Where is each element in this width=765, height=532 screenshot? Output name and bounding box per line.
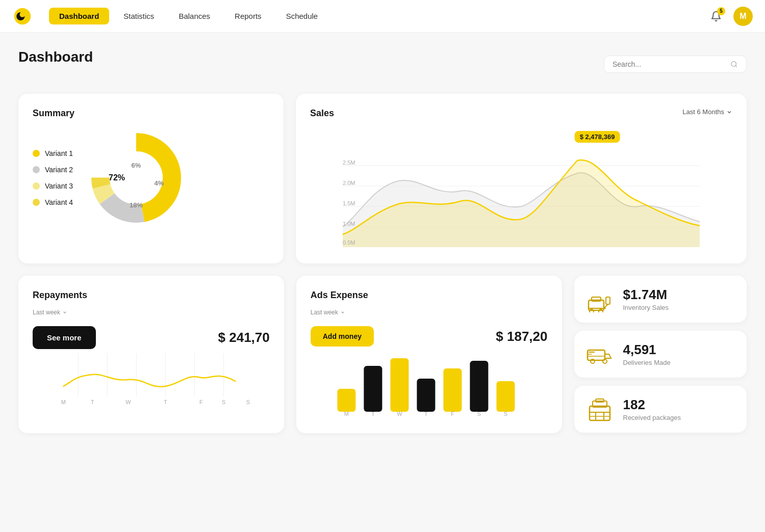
dot-variant3 <box>33 182 40 190</box>
dot-variant1 <box>33 150 40 157</box>
summary-title: Summary <box>33 108 269 119</box>
nav-reports[interactable]: Reports <box>224 8 272 24</box>
svg-rect-46 <box>443 368 462 412</box>
inventory-label: Inventory Sales <box>623 304 669 311</box>
see-more-button[interactable]: See more <box>33 326 96 349</box>
legend-variant2: Variant 2 <box>33 166 73 174</box>
peak-label: $ 2,478,369 <box>575 131 620 143</box>
avatar[interactable]: M <box>733 7 753 26</box>
inventory-info: $1.74M Inventory Sales <box>623 287 669 311</box>
inventory-icon <box>586 286 613 312</box>
svg-text:2.5M: 2.5M <box>343 159 355 166</box>
chevron-down-icon <box>340 310 345 315</box>
svg-text:T: T <box>91 399 94 404</box>
svg-text:72%: 72% <box>109 173 125 182</box>
svg-text:T: T <box>164 399 167 404</box>
packages-value: 182 <box>623 397 681 413</box>
chevron-down-icon <box>62 310 67 315</box>
svg-rect-69 <box>590 406 610 420</box>
svg-rect-42 <box>337 389 355 412</box>
summary-content: Variant 1 Variant 2 Variant 3 Variant 4 <box>33 127 269 229</box>
nav-right: 5 M <box>707 7 753 26</box>
main-content: Dashboard Summary Variant 1 Varian <box>0 33 765 449</box>
package-icon <box>586 396 613 422</box>
repayments-chart: M T W T F S S <box>33 353 270 404</box>
deliveries-stat-card: 4,591 Deliveries Made <box>574 331 747 378</box>
deliveries-info: 4,591 Deliveries Made <box>623 342 671 366</box>
period-selector[interactable]: Last 6 Months <box>682 108 732 116</box>
repayments-period[interactable]: Last week <box>33 309 270 316</box>
dot-variant4 <box>33 199 40 206</box>
legend-variant3: Variant 3 <box>33 182 73 190</box>
chevron-down-icon <box>726 109 732 115</box>
notif-badge: 5 <box>717 7 725 15</box>
sales-chart-wrapper: $ 2,478,369 2.5M 2.0M <box>310 131 732 249</box>
summary-card: Summary Variant 1 Variant 2 Variant 3 <box>18 94 284 263</box>
label-variant4: Variant 4 <box>45 198 73 206</box>
svg-point-2 <box>20 12 26 17</box>
svg-text:18%: 18% <box>130 201 143 209</box>
svg-text:1.5M: 1.5M <box>343 200 355 206</box>
deliveries-label: Deliveries Made <box>623 359 671 366</box>
peak-value: $ 2,478,369 <box>575 131 620 143</box>
label-variant1: Variant 1 <box>45 149 73 157</box>
svg-rect-62 <box>606 297 610 304</box>
label-variant2: Variant 2 <box>45 166 73 174</box>
svg-text:S: S <box>222 399 225 404</box>
legend-variant1: Variant 1 <box>33 149 73 157</box>
bottom-grid: Repayments Last week See more $ 241,70 <box>18 276 747 433</box>
top-row: Dashboard <box>18 49 747 79</box>
page-title: Dashboard <box>18 49 93 65</box>
dot-variant2 <box>33 166 40 173</box>
notification-button[interactable]: 5 <box>707 7 725 25</box>
add-money-button[interactable]: Add money <box>311 326 374 347</box>
ads-period[interactable]: Last week <box>311 309 548 316</box>
period-label: Last 6 Months <box>682 108 724 116</box>
ads-expense-card: Ads Expense Last week Add money $ 187,20 <box>296 276 562 433</box>
svg-line-4 <box>736 66 737 67</box>
svg-text:F: F <box>199 399 203 404</box>
svg-rect-44 <box>390 358 409 412</box>
sales-title: Sales <box>310 108 334 119</box>
sales-header: Sales Last 6 Months <box>310 108 732 127</box>
search-bar[interactable] <box>604 56 747 73</box>
svg-rect-45 <box>417 379 435 412</box>
svg-text:W: W <box>397 411 402 417</box>
nav-balances[interactable]: Balances <box>168 8 220 24</box>
svg-text:S: S <box>477 411 480 417</box>
repayments-card: Repayments Last week See more $ 241,70 <box>18 276 284 433</box>
svg-point-3 <box>731 62 736 67</box>
logo <box>12 6 33 26</box>
legend: Variant 1 Variant 2 Variant 3 Variant 4 <box>33 149 73 206</box>
delivery-icon <box>586 341 613 367</box>
nav-dashboard[interactable]: Dashboard <box>49 8 109 24</box>
search-icon <box>730 60 738 68</box>
svg-text:S: S <box>503 411 507 417</box>
svg-text:S: S <box>246 399 250 404</box>
svg-text:M: M <box>344 411 349 417</box>
nav-schedule[interactable]: Schedule <box>276 8 328 24</box>
packages-stat-card: 182 Received packages <box>574 386 747 433</box>
inventory-value: $1.74M <box>623 287 669 303</box>
top-grid: Summary Variant 1 Variant 2 Variant 3 <box>18 94 747 263</box>
svg-text:F: F <box>451 411 454 417</box>
sales-card: Sales Last 6 Months $ 2,478,369 <box>296 94 747 263</box>
inventory-stat-card: $1.74M Inventory Sales <box>574 276 747 323</box>
svg-rect-48 <box>496 381 515 412</box>
nav-statistics[interactable]: Statistics <box>113 8 164 24</box>
svg-text:4%: 4% <box>155 179 164 187</box>
stat-cards: $1.74M Inventory Sales <box>574 276 747 433</box>
ads-amount: $ 187,20 <box>496 329 547 344</box>
svg-text:0.5M: 0.5M <box>343 240 355 246</box>
search-input[interactable] <box>613 60 726 68</box>
repayments-title: Repayments <box>33 290 270 301</box>
ads-row: Add money $ 187,20 <box>311 326 548 347</box>
navbar: Dashboard Statistics Balances Reports Sc… <box>0 0 765 33</box>
ads-chart: M T W T F S S <box>311 351 548 417</box>
nav-items: Dashboard Statistics Balances Reports Sc… <box>49 8 691 24</box>
svg-text:T: T <box>424 411 428 417</box>
label-variant3: Variant 3 <box>45 182 73 190</box>
svg-text:6%: 6% <box>132 162 141 169</box>
svg-text:W: W <box>125 399 131 404</box>
ads-title: Ads Expense <box>311 290 548 301</box>
